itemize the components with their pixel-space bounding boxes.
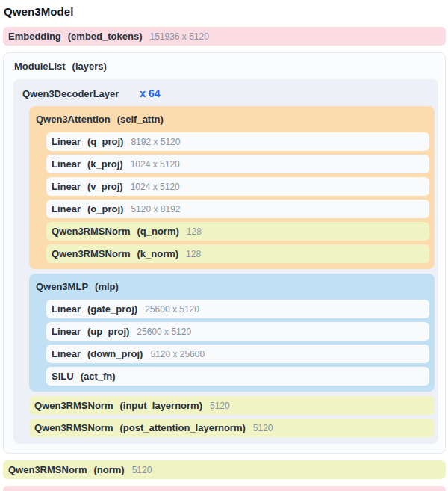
module-param: (embed_tokens) [68,31,143,42]
module-dims: 5120 [210,401,230,411]
module-name: Embedding [8,31,61,42]
module-row-input-layernorm[interactable]: Qwen3RMSNorm (input_layernorm) 5120 [29,396,435,415]
module-param: (o_proj) [87,203,123,214]
module-row-k-proj[interactable]: Linear (k_proj) 1024 x 5120 [46,155,429,173]
module-name: Linear [52,136,81,147]
module-list-header[interactable]: ModuleList (layers) [11,60,438,72]
module-row-post-attention-layernorm[interactable]: Qwen3RMSNorm (post_attention_layernorm) … [29,419,435,437]
module-row-o-proj[interactable]: Linear (o_proj) 5120 x 8192 [46,200,429,218]
module-name: SiLU [52,371,74,382]
module-name: Linear [52,348,81,359]
module-dims: 128 [187,226,202,237]
module-dims: 1024 x 5120 [131,182,180,192]
module-dims: 25600 x 5120 [137,327,191,337]
module-dims: 25600 x 5120 [145,304,199,315]
module-name: Linear [52,303,81,315]
module-param: (norm) [93,464,124,475]
module-name: Qwen3DecoderLayer [22,88,119,99]
module-dims: 8192 x 5120 [131,137,180,147]
decoder-layer-box: Qwen3DecoderLayer x 64 Qwen3Attention (s… [13,79,438,444]
module-name: Qwen3RMSNorm [34,422,113,433]
module-name: Linear [52,158,81,170]
module-param: (q_proj) [87,136,123,147]
module-param: (post_attention_layernorm) [119,422,245,433]
module-row-embed-tokens[interactable]: Embedding (embed_tokens) 151936 x 5120 [3,27,446,46]
module-param: (layers) [72,61,107,72]
module-row-gate-proj[interactable]: Linear (gate_proj) 25600 x 5120 [46,300,429,318]
module-row-act-fn[interactable]: SiLU (act_fn) [46,367,429,386]
module-dims: 151936 x 5120 [149,31,208,42]
module-row-k-norm[interactable]: Qwen3RMSNorm (k_norm) 128 [46,244,429,263]
mlp-children: Linear (gate_proj) 25600 x 5120 Linear (… [46,300,429,386]
decoder-layer-header[interactable]: Qwen3DecoderLayer x 64 [22,85,435,99]
module-name: Qwen3RMSNorm [34,400,113,411]
module-dims: 5120 [132,465,152,475]
mlp-header[interactable]: Qwen3MLP (mlp) [36,281,429,292]
module-name: ModuleList [14,61,66,72]
module-dims: 5120 x 8192 [131,204,180,214]
module-param: (k_norm) [137,248,178,259]
module-dims: 5120 [253,423,273,433]
module-param: (self_attn) [117,114,164,125]
module-dims: 128 [186,249,201,259]
module-dims: 1024 x 5120 [131,159,180,170]
module-list-box: ModuleList (layers) Qwen3DecoderLayer x … [3,52,446,454]
repeat-count: x 64 [140,87,160,99]
module-param: (q_norm) [137,226,178,237]
module-param: (down_proj) [87,348,143,359]
module-name: Qwen3RMSNorm [8,464,87,475]
module-name: Qwen3RMSNorm [52,226,130,237]
module-param: (gate_proj) [87,303,137,315]
module-param: (mlp) [95,281,119,292]
module-name: Qwen3RMSNorm [52,248,130,259]
module-name: Qwen3Attention [36,114,111,125]
attention-box: Qwen3Attention (self_attn) Linear (q_pro… [29,106,435,269]
module-row-q-proj[interactable]: Linear (q_proj) 8192 x 5120 [46,132,429,151]
model-tree-page: Qwen3Model Embedding (embed_tokens) 1519… [0,0,448,491]
attention-header[interactable]: Qwen3Attention (self_attn) [36,114,429,125]
page-title: Qwen3Model [4,5,446,18]
module-param: (v_proj) [87,181,123,192]
module-name: Linear [52,181,81,192]
module-row-rotary-emb[interactable]: Qwen3RotaryEmbedding (rotary_emb) [3,486,446,491]
module-dims: 5120 x 25600 [150,349,205,359]
module-row-final-norm[interactable]: Qwen3RMSNorm (norm) 5120 [3,460,446,479]
module-row-v-proj[interactable]: Linear (v_proj) 1024 x 5120 [46,177,429,196]
module-param: (input_layernorm) [119,400,202,411]
module-param: (act_fn) [81,371,116,382]
module-row-down-proj[interactable]: Linear (down_proj) 5120 x 25600 [46,345,429,363]
mlp-box: Qwen3MLP (mlp) Linear (gate_proj) 25600 … [29,274,435,392]
module-row-up-proj[interactable]: Linear (up_proj) 25600 x 5120 [46,322,429,341]
module-name: Qwen3MLP [36,281,88,292]
module-row-q-norm[interactable]: Qwen3RMSNorm (q_norm) 128 [46,222,429,241]
module-name: Linear [52,326,81,337]
module-param: (k_proj) [87,158,123,170]
module-param: (up_proj) [87,326,129,337]
module-name: Linear [52,203,81,214]
attention-children: Linear (q_proj) 8192 x 5120 Linear (k_pr… [46,132,429,263]
